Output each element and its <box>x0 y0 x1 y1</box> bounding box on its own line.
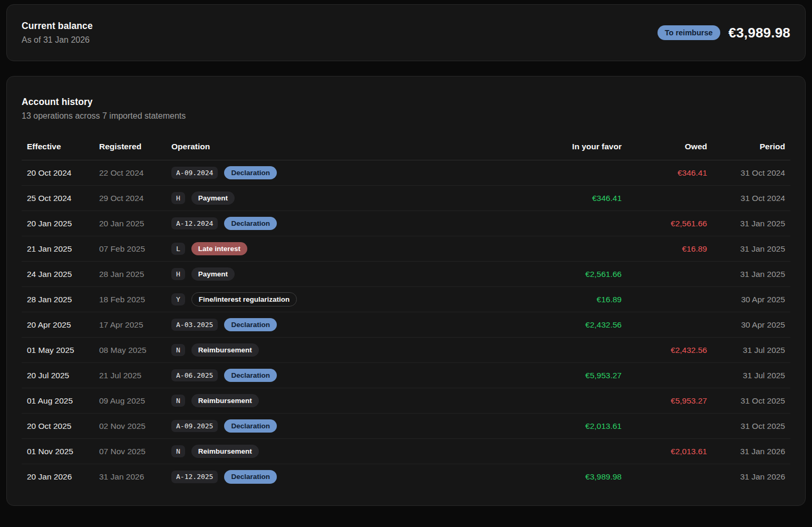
amount-in-favor <box>527 338 627 363</box>
table-row: 20 Jan 2026 31 Jan 2026 A-12.2025 Declar… <box>22 464 790 490</box>
registered-date: 02 Nov 2025 <box>94 414 166 439</box>
registered-date: 22 Oct 2024 <box>94 160 166 186</box>
operation-cell: N Reimbursement <box>166 338 527 363</box>
amount-in-favor: €2,013.61 <box>527 414 627 439</box>
amount-owed <box>627 312 712 338</box>
amount-owed: €5,953.27 <box>627 388 712 414</box>
header-owed: Owed <box>627 142 712 160</box>
table-row: 20 Jul 2025 21 Jul 2025 A-06.2025 Declar… <box>22 363 790 388</box>
amount-owed: €2,561.66 <box>627 211 712 236</box>
operation-badges: H Payment <box>171 191 235 205</box>
amount-in-favor <box>527 388 627 414</box>
amount-in-favor: €5,953.27 <box>527 363 627 388</box>
table-row: 25 Oct 2024 29 Oct 2024 H Payment €346.4… <box>22 186 790 211</box>
effective-date: 20 Oct 2025 <box>22 414 94 439</box>
header-effective: Effective <box>22 142 94 160</box>
operation-badges: A-12.2024 Declaration <box>171 217 277 231</box>
amount-owed: €16.89 <box>627 236 712 262</box>
operation-type-badge: Reimbursement <box>191 394 259 408</box>
table-row: 20 Jan 2025 20 Jan 2025 A-12.2024 Declar… <box>22 211 790 236</box>
effective-date: 20 Jan 2025 <box>22 211 94 236</box>
amount-owed: €346.41 <box>627 160 712 186</box>
operation-type-badge: Payment <box>191 267 235 281</box>
operation-code-badge: N <box>171 344 185 357</box>
operation-code-badge: H <box>171 192 185 205</box>
history-table: Effective Registered Operation In your f… <box>22 142 790 490</box>
status-badge: To reimburse <box>658 25 720 40</box>
balance-card-left: Current balance As of 31 Jan 2026 <box>22 21 93 45</box>
header-registered: Registered <box>94 142 166 160</box>
operation-code-badge: L <box>171 243 185 255</box>
operation-type-badge: Declaration <box>224 166 277 180</box>
operation-code-badge: A-12.2025 <box>171 471 218 483</box>
table-row: 24 Jan 2025 28 Jan 2025 H Payment €2,561… <box>22 262 790 287</box>
operation-badges: A-09.2024 Declaration <box>171 166 277 180</box>
table-row: 01 May 2025 08 May 2025 N Reimbursement … <box>22 338 790 363</box>
operation-cell: A-12.2024 Declaration <box>166 211 527 236</box>
operation-type-badge: Reimbursement <box>191 445 259 458</box>
amount-in-favor <box>527 236 627 262</box>
period-date: 31 Oct 2024 <box>712 160 790 186</box>
operation-cell: L Late interest <box>166 236 527 262</box>
registered-date: 07 Nov 2025 <box>94 439 166 464</box>
effective-date: 28 Jan 2025 <box>22 287 94 312</box>
history-subtitle: 13 operations across 7 imported statemen… <box>22 111 790 121</box>
period-date: 31 Jan 2025 <box>712 236 790 262</box>
amount-in-favor: €2,432.56 <box>527 312 627 338</box>
operation-code-badge: N <box>171 395 185 407</box>
operation-badges: N Reimbursement <box>171 394 259 408</box>
operation-code-badge: A-12.2024 <box>171 217 218 230</box>
period-date: 31 Jan 2025 <box>712 211 790 236</box>
header-period: Period <box>712 142 790 160</box>
effective-date: 20 Oct 2024 <box>22 160 94 186</box>
operation-code-badge: A-06.2025 <box>171 369 218 382</box>
registered-date: 17 Apr 2025 <box>94 312 166 338</box>
amount-in-favor: €3,989.98 <box>527 464 627 490</box>
balance-title: Current balance <box>22 21 93 32</box>
operation-cell: Y Fine/interest regularization <box>166 287 527 312</box>
operation-code-badge: H <box>171 268 185 281</box>
registered-date: 28 Jan 2025 <box>94 262 166 287</box>
operation-type-badge: Late interest <box>191 242 247 256</box>
operation-cell: A-12.2025 Declaration <box>166 464 527 490</box>
amount-owed <box>627 464 712 490</box>
balance-card-right: To reimburse €3,989.98 <box>658 25 790 41</box>
period-date: 31 Oct 2024 <box>712 186 790 211</box>
operation-cell: A-03.2025 Declaration <box>166 312 527 338</box>
effective-date: 24 Jan 2025 <box>22 262 94 287</box>
operation-badges: N Reimbursement <box>171 445 259 458</box>
period-date: 31 Jan 2025 <box>712 262 790 287</box>
registered-date: 31 Jan 2026 <box>94 464 166 490</box>
balance-subtitle: As of 31 Jan 2026 <box>22 35 93 45</box>
registered-date: 29 Oct 2024 <box>94 186 166 211</box>
balance-amount: €3,989.98 <box>729 25 790 41</box>
registered-date: 20 Jan 2025 <box>94 211 166 236</box>
operation-cell: A-06.2025 Declaration <box>166 363 527 388</box>
table-header-row: Effective Registered Operation In your f… <box>22 142 790 160</box>
registered-date: 18 Feb 2025 <box>94 287 166 312</box>
amount-in-favor: €2,561.66 <box>527 262 627 287</box>
table-row: 20 Apr 2025 17 Apr 2025 A-03.2025 Declar… <box>22 312 790 338</box>
effective-date: 20 Jan 2026 <box>22 464 94 490</box>
header-in-your-favor: In your favor <box>527 142 627 160</box>
table-row: 01 Aug 2025 09 Aug 2025 N Reimbursement … <box>22 388 790 414</box>
amount-owed <box>627 287 712 312</box>
table-row: 20 Oct 2025 02 Nov 2025 A-09.2025 Declar… <box>22 414 790 439</box>
period-date: 31 Jan 2026 <box>712 464 790 490</box>
current-balance-card: Current balance As of 31 Jan 2026 To rei… <box>6 4 806 61</box>
operation-cell: A-09.2025 Declaration <box>166 414 527 439</box>
period-date: 31 Jul 2025 <box>712 338 790 363</box>
table-row: 28 Jan 2025 18 Feb 2025 Y Fine/interest … <box>22 287 790 312</box>
operation-cell: N Reimbursement <box>166 439 527 464</box>
registered-date: 07 Feb 2025 <box>94 236 166 262</box>
operation-cell: N Reimbursement <box>166 388 527 414</box>
operation-badges: Y Fine/interest regularization <box>171 292 297 307</box>
amount-owed <box>627 186 712 211</box>
period-date: 30 Apr 2025 <box>712 312 790 338</box>
operation-badges: A-06.2025 Declaration <box>171 369 277 382</box>
operation-badges: L Late interest <box>171 242 247 256</box>
history-table-body: 20 Oct 2024 22 Oct 2024 A-09.2024 Declar… <box>22 160 790 490</box>
operation-cell: H Payment <box>166 262 527 287</box>
operation-code-badge: N <box>171 445 185 458</box>
operation-type-badge: Declaration <box>224 369 277 382</box>
